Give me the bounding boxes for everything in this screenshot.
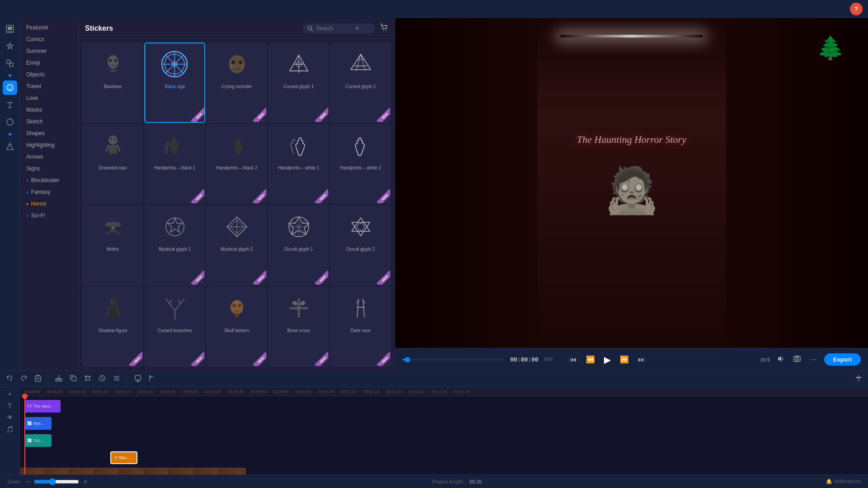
video-filmstrip[interactable]: 🎬 🎬 🎬 🎬 🎬 🎬 🎬 🎬 🎬	[20, 468, 246, 474]
cat-love[interactable]: Love	[20, 92, 78, 104]
svg-point-43	[232, 304, 236, 307]
help-button[interactable]: ?	[850, 3, 863, 15]
cat-objects[interactable]: Objects	[20, 69, 78, 80]
sticker-skull-lantern[interactable]: Skull lantern	[206, 286, 267, 367]
sticker-occult-glyph-1[interactable]: Occult glyph 1	[268, 205, 329, 286]
cat-shapes[interactable]: Shapes	[20, 127, 78, 139]
play-btn[interactable]: ▶	[602, 352, 613, 367]
stickers-panel: Stickers ✕ Banshee Blac	[79, 18, 395, 371]
clear-search-icon[interactable]: ✕	[355, 25, 359, 32]
sticker-handprints-black-1[interactable]: Handprints – black 1	[144, 124, 205, 204]
sticker-dark-rune[interactable]: Dark rune	[330, 286, 391, 367]
cat-masks[interactable]: Masks	[20, 104, 78, 116]
sticker-mystical-glyph-2[interactable]: Mystical glyph 2	[206, 205, 267, 286]
volume-btn[interactable]	[775, 353, 786, 366]
search-box[interactable]: ✕	[302, 23, 375, 33]
film-frame-2: 🎬	[45, 469, 70, 474]
sticker-cursed-glyph-2[interactable]: Cursed glyph 2	[330, 42, 391, 123]
cat-horror[interactable]: ●Horror	[20, 198, 78, 210]
sticker-cursed-branches-label: Cursed branches	[157, 328, 192, 333]
timeline-text-btn[interactable]: T	[5, 401, 14, 411]
sticker-banshee-label: Banshee	[104, 84, 122, 89]
clip-occult[interactable]: 🔄 Occ...	[24, 434, 52, 447]
cat-sketch[interactable]: Sketch	[20, 116, 78, 127]
sticker-black-sigil[interactable]: Black sigil	[144, 42, 205, 123]
new-badge-cursed-glyph-1	[310, 104, 328, 122]
project-length-label: Project length:	[432, 479, 464, 484]
sticker-handprints-white-1[interactable]: Handprints – white 1	[268, 124, 329, 204]
sticker-occult-glyph-1-thumb	[281, 209, 317, 245]
align-btn[interactable]	[111, 373, 123, 385]
redo-btn[interactable]	[18, 373, 30, 385]
export-button[interactable]: Export	[824, 353, 861, 366]
dot-2	[9, 133, 11, 136]
cat-highlighting[interactable]: Highlighting	[20, 139, 78, 151]
cat-fantasy[interactable]: ●Fantasy	[20, 186, 78, 198]
svg-point-27	[231, 61, 235, 64]
sticker-moths[interactable]: Moths	[82, 205, 143, 286]
media-icon-btn[interactable]	[3, 22, 17, 36]
cat-travel[interactable]: Travel	[20, 80, 78, 92]
filters-icon-btn[interactable]	[3, 115, 17, 129]
sticker-shadow-figure[interactable]: Shadow figure	[82, 286, 143, 367]
copy-btn[interactable]	[67, 373, 79, 385]
sticker-drowned-man[interactable]: Drowned man	[82, 124, 143, 204]
cat-arrows[interactable]: Arrows	[20, 151, 78, 163]
notifications-label[interactable]: 🔔 Notifications	[826, 479, 861, 484]
cat-signs[interactable]: Signs	[20, 163, 78, 174]
search-input[interactable]	[316, 25, 352, 32]
playhead-handle[interactable]	[22, 394, 28, 399]
scale-slider[interactable]	[34, 478, 79, 485]
timeline-audio-btn[interactable]: 🎵	[4, 424, 16, 434]
cat-summer[interactable]: Summer	[20, 45, 78, 57]
sticker-cursed-branches[interactable]: Cursed branches	[144, 286, 205, 367]
sticker-cursed-glyph-1[interactable]: Cursed glyph 1	[268, 42, 329, 123]
flag-btn[interactable]	[146, 373, 157, 385]
effects-icon-btn[interactable]	[3, 39, 17, 53]
duration-btn[interactable]	[96, 373, 108, 385]
sticker-occult-glyph-2[interactable]: Occult glyph 2	[330, 205, 391, 286]
delete-btn[interactable]	[33, 373, 43, 385]
export-timeline-btn[interactable]	[132, 373, 144, 385]
prev-frame-btn[interactable]: ⏪	[584, 353, 597, 366]
sticker-cursed-glyph-1-label: Cursed glyph 1	[283, 84, 314, 89]
clip-mystical[interactable]: 🔄 Mys...	[24, 417, 52, 430]
cut-btn[interactable]	[53, 373, 65, 385]
crop-btn[interactable]	[82, 373, 94, 385]
clip-occult-label: 🔄 Occ...	[27, 438, 44, 443]
cat-emoji[interactable]: Emoji	[20, 57, 78, 69]
stickers-icon-btn[interactable]	[3, 80, 17, 95]
skip-end-btn[interactable]: ⏭	[636, 354, 647, 366]
timeline-add-btn[interactable]: +	[5, 389, 14, 399]
cat-scifi[interactable]: ●Sci-Fi	[20, 210, 78, 221]
add-track-btn[interactable]	[853, 373, 864, 385]
next-frame-btn[interactable]: ⏩	[618, 353, 631, 366]
sticker-mystical-glyph-1[interactable]: Mystical glyph 1	[144, 205, 205, 286]
sticker-handprints-black-2[interactable]: Handprints – black 2	[206, 124, 267, 204]
text-icon-btn[interactable]	[3, 98, 17, 112]
cat-comics[interactable]: Comics	[20, 33, 78, 45]
timeline-eye-btn[interactable]: 👁	[5, 413, 15, 422]
sticker-crying-monster[interactable]: Crying monster	[206, 42, 267, 123]
sticker-handprints-white-2[interactable]: Handprints – white 2	[330, 124, 391, 204]
progress-bar[interactable]	[402, 359, 505, 361]
search-icon	[307, 25, 313, 32]
sticker-banshee[interactable]: Banshee	[82, 42, 143, 123]
clip-black-sigil[interactable]: ⏱ Blac...	[110, 451, 137, 464]
more-options-btn[interactable]: ⋯	[808, 353, 819, 366]
transitions-icon-btn[interactable]	[3, 139, 17, 154]
sticker-bone-cross[interactable]: Bone cross	[268, 286, 329, 367]
dot-1	[9, 74, 11, 77]
overlay-icon-btn[interactable]	[3, 56, 17, 70]
screenshot-btn[interactable]	[792, 353, 802, 366]
cat-featured[interactable]: Featured	[20, 22, 78, 33]
skip-start-btn[interactable]: ⏮	[568, 354, 579, 366]
ruler-15s: 00:00:15	[92, 389, 108, 394]
aspect-ratio-selector[interactable]: 16:9	[760, 357, 769, 362]
undo-btn[interactable]	[4, 373, 15, 385]
clip-title[interactable]: TT The Haur...	[24, 400, 61, 413]
playhead[interactable]	[24, 396, 25, 474]
cat-blockbuster[interactable]: ●Blockbuster	[20, 174, 78, 186]
progress-handle[interactable]	[405, 357, 410, 362]
cart-icon[interactable]	[379, 23, 388, 34]
